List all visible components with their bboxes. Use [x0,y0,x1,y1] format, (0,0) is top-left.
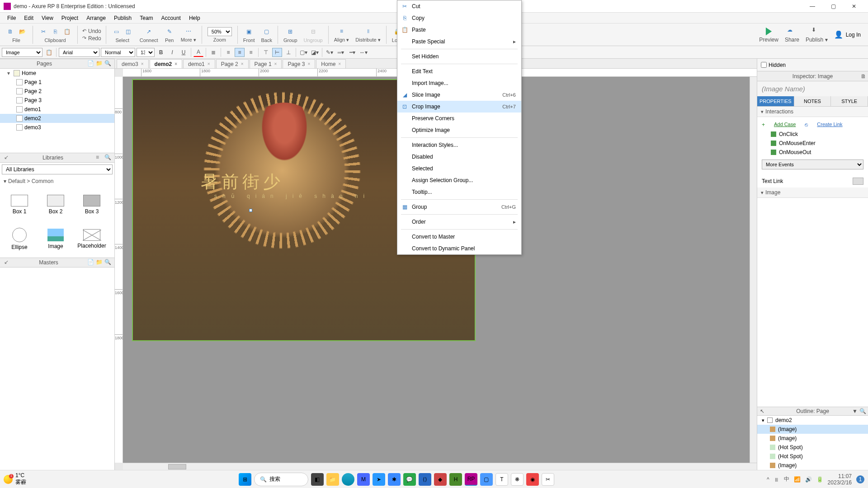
context-menu-item[interactable]: Assign Selection Group... [397,174,521,186]
context-menu-item[interactable]: Edit Text [397,66,521,77]
weight-select[interactable]: Normal [101,48,135,57]
context-menu-item[interactable]: Tooltip... [397,186,521,198]
doc-tab[interactable]: Page 2× [216,59,249,68]
app-vscode[interactable]: ⟨⟩ [419,473,431,486]
image-section[interactable]: ▾ Image [757,188,868,198]
app-wechat[interactable]: 💬 [403,473,416,486]
page-tree-item[interactable]: demo3 [0,123,114,132]
app-icon[interactable]: H [449,473,462,486]
outline-item[interactable]: (Hot Spot) [757,443,868,452]
collapse-icon[interactable]: ↖ [760,408,764,414]
context-menu-item[interactable]: Convert to Master [397,231,521,243]
search-icon[interactable]: 🔍 [859,408,866,414]
maximize-button[interactable]: ▢ [823,0,844,13]
tb-ungroup[interactable]: ⊟Ungroup [301,26,326,44]
tray-wifi-icon[interactable]: 📶 [794,476,801,483]
library-selector[interactable]: All Libraries [2,164,113,174]
shadow-button[interactable]: ◪▾ [310,48,320,57]
tb-align[interactable]: ≡Align ▾ [331,25,352,44]
bold-button[interactable]: B [156,48,166,57]
italic-button[interactable]: I [167,48,177,57]
menu-edit[interactable]: Edit [20,14,37,23]
context-menu-item[interactable]: Interaction Styles... [397,139,521,151]
publish-button[interactable]: ⬇Publish ▾ [806,27,828,43]
menu-file[interactable]: File [4,14,19,23]
page-tree-item[interactable]: Page 1 [0,78,114,87]
selection-handle[interactable] [249,209,252,212]
context-menu-item[interactable]: 📋Paste [397,24,521,36]
add-page-icon[interactable]: 📄 [87,60,94,67]
note-icon[interactable]: 🗎 [861,73,866,80]
app-icon[interactable]: ❋ [511,473,524,486]
library-category[interactable]: ▾ Default > Common [0,176,114,186]
page-tree-item[interactable]: demo1 [0,105,114,114]
tray-chevron-icon[interactable]: ^ [767,476,769,483]
menu-account[interactable]: Account [158,14,184,23]
start-button[interactable]: ⊞ [239,473,251,486]
tray-clock[interactable]: 11:072023/2/16 [828,473,852,486]
outline-item[interactable]: (Image) [757,425,868,434]
arrow-button[interactable]: ↔▾ [359,48,368,57]
align-right-button[interactable]: ≡ [246,48,256,57]
widget-box1[interactable]: Box 1 [3,189,36,221]
size-select[interactable]: 13 [137,48,155,57]
tb-back[interactable]: ▢Back [258,26,274,44]
align-center-button[interactable]: ≡ [235,48,245,57]
doc-tab[interactable]: demo1× [183,59,215,68]
menu-publish[interactable]: Publish [110,14,135,23]
tb-clipboard[interactable]: ✂⎘📋Clipboard [36,26,75,44]
search-icon[interactable]: 🔍 [104,60,112,67]
close-tab-icon[interactable]: × [307,61,310,66]
doc-tab[interactable]: demo3× [117,59,149,68]
shape-select[interactable]: Image [2,48,42,57]
collapse-icon[interactable]: ↙ [4,259,11,266]
add-folder-icon[interactable]: 📁 [96,259,103,266]
horizontal-scrollbar[interactable] [123,463,757,470]
app-axure[interactable]: RP [465,473,477,486]
context-menu-item[interactable]: Set Hidden [397,51,521,62]
context-menu-item[interactable]: Disabled [397,151,521,163]
outline-item[interactable]: (Image) [757,434,868,443]
tray-notification-icon[interactable]: 1 [856,475,864,483]
close-tab-icon[interactable]: × [208,61,210,66]
line-color-button[interactable]: ✎▾ [325,48,335,57]
line-width-button[interactable]: ═▾ [336,48,346,57]
menu-arrange[interactable]: Arrange [83,14,109,23]
lib-menu-icon[interactable]: ≡ [96,154,103,161]
vertical-scrollbar[interactable] [750,77,757,463]
valign-top-button[interactable]: ⊤ [261,48,271,57]
close-tab-icon[interactable]: × [175,61,177,66]
tb-connect[interactable]: ↗Connect [137,26,161,44]
style-painter-icon[interactable]: 📋 [44,48,54,57]
outline-item[interactable]: (Image) [757,461,868,470]
context-menu-item[interactable]: Selected [397,163,521,174]
page-tree-item[interactable]: demo2 [0,114,114,123]
align-left-button[interactable]: ≡ [223,48,233,57]
tb-file[interactable]: 🗎📂File [3,26,30,44]
share-button[interactable]: ☁Share [785,27,799,43]
page-tree-item[interactable]: Page 2 [0,87,114,96]
font-select[interactable]: Arial [59,48,99,57]
add-case-link[interactable]: Add Case [774,122,796,128]
doc-tab[interactable]: demo2× [150,59,183,68]
widget-name-input[interactable]: (Image Name) [757,81,868,96]
outline-item[interactable]: ▾ demo2 [757,416,868,425]
login-button[interactable]: 👤Log In [834,30,861,39]
menu-team[interactable]: Team [136,14,156,23]
widget-placeholder[interactable]: Placeholder [75,223,108,255]
app-icon[interactable]: T [495,473,508,486]
tray-icon[interactable]: ⫼ [774,476,779,483]
valign-middle-button[interactable]: ⊢ [272,48,282,57]
tab-notes[interactable]: NOTES [794,96,831,106]
event-onclick[interactable]: OnClick [762,130,863,139]
bullets-button[interactable]: ≣ [208,48,218,57]
close-button[interactable]: ✕ [844,0,864,13]
app-icon[interactable]: ➤ [373,473,385,486]
menu-help[interactable]: Help [185,14,204,23]
context-menu-item[interactable]: Convert to Dynamic Panel [397,243,521,254]
undo-button[interactable]: ↶ Undo [82,28,101,34]
app-edge[interactable] [342,473,354,486]
tray-volume-icon[interactable]: 🔊 [805,476,812,483]
collapse-icon[interactable]: ↙ [4,154,11,161]
minimize-button[interactable]: — [802,0,823,13]
